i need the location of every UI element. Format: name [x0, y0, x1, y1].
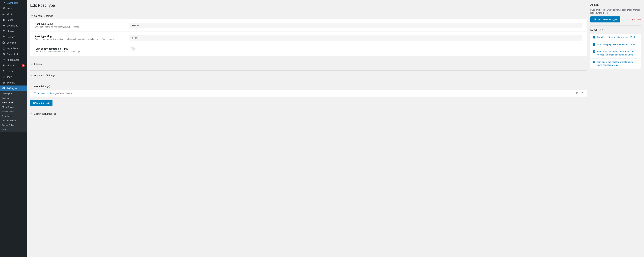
sidebar-item-label: Services	[7, 42, 25, 44]
section-title: Admin Columns (0)	[34, 112, 56, 115]
sidebar-item-label: Comments	[7, 24, 25, 27]
section-toggle-meta-fields[interactable]: ▾ Meta fields (1)	[30, 83, 587, 90]
field-help: Set unique name for your post type. Eg. …	[35, 26, 126, 28]
sidebar-item-videos[interactable]: Videos	[0, 28, 27, 34]
copy-icon[interactable]	[576, 92, 578, 94]
svg-point-5	[3, 82, 4, 82]
pin-icon	[2, 7, 5, 10]
need-help-title: Need Help?	[590, 27, 641, 34]
help-link-item: ? Creating custom post type with JetEngi…	[590, 34, 641, 41]
update-post-type-button[interactable]: Update Post Type	[590, 16, 620, 22]
help-link[interactable]: Creating custom post type with JetEngine	[597, 36, 637, 39]
field-label: Post Type Slug	[35, 35, 126, 38]
meta-field-item: ▸ Ingredients ingredients (select)	[30, 90, 587, 96]
svg-rect-13	[576, 92, 578, 94]
trash-icon[interactable]	[581, 92, 584, 94]
delete-link[interactable]: Delete	[631, 18, 641, 21]
sidebar-item-label: Settings	[7, 81, 25, 84]
sidebar-item-label: Dashboard	[7, 2, 25, 4]
comment-icon	[2, 24, 5, 27]
sidebar-submenu: JetEngine Listings Post Types Meta Boxes…	[0, 91, 27, 132]
sidebar-item-label: Tools	[7, 76, 25, 78]
help-icon: ?	[593, 50, 595, 53]
sidebar-item-ingredients[interactable]: Ingredients	[0, 46, 27, 51]
chevron-down-icon: ▾	[30, 85, 34, 88]
sidebar-item-label: Appearance	[7, 58, 25, 61]
svg-rect-15	[595, 18, 596, 19]
help-link[interactable]: How to use custom callback to display ne…	[597, 50, 638, 56]
submenu-listings[interactable]: Listings	[0, 96, 27, 100]
section-toggle-general[interactable]: ▾ General Settings	[30, 12, 587, 19]
sidebar-item-pages[interactable]: Pages	[0, 17, 27, 23]
button-label: Update Post Type	[598, 18, 617, 21]
chevron-right-icon: ▸	[30, 62, 34, 66]
section-title: Meta fields (1)	[34, 85, 50, 88]
sidebar-item-label: Posts	[7, 7, 25, 10]
field-help: Add `Edit post type/meta box` link to po…	[35, 50, 126, 53]
chevron-right-icon: ▸	[30, 112, 34, 115]
svg-point-3	[3, 48, 4, 48]
svg-rect-2	[3, 19, 4, 21]
edit-link-toggle[interactable]	[130, 48, 136, 50]
chevron-down-icon: ▾	[30, 14, 34, 17]
sidebar-item-label: Users	[7, 70, 25, 72]
drag-handle-icon[interactable]	[34, 92, 36, 94]
sidebar-item-posts[interactable]: Posts	[0, 6, 27, 12]
help-icon: ?	[593, 61, 595, 63]
user-icon	[2, 70, 5, 73]
sidebar-item-label: Recipes	[7, 36, 25, 38]
wrench-icon	[2, 75, 5, 79]
sidebar-item-comments[interactable]: Comments	[0, 23, 27, 28]
sidebar-item-settings[interactable]: Settings	[0, 80, 27, 86]
submenu-relations[interactable]: Relations	[0, 114, 27, 118]
sidebar-item-label: JetEngine	[7, 87, 25, 90]
chevron-right-icon[interactable]: ▸	[38, 92, 39, 94]
help-icon: ?	[593, 43, 595, 46]
post-type-slug-input[interactable]	[130, 35, 582, 40]
section-title: Advanced Settings	[34, 74, 55, 76]
help-links-box: ? Creating custom post type with JetEngi…	[590, 34, 641, 68]
plug-icon	[2, 64, 5, 67]
svg-text:JE: JE	[3, 88, 4, 89]
pages-icon	[2, 18, 5, 22]
submenu-options-pages[interactable]: Options Pages	[0, 118, 27, 123]
submenu-taxonomies[interactable]: Taxonomies	[0, 109, 27, 114]
section-toggle-admin-columns[interactable]: ▸ Admin Columns (0)	[30, 110, 587, 117]
sidebar-item-tools[interactable]: Tools	[0, 74, 27, 80]
meta-field-label[interactable]: Ingredients	[40, 92, 52, 94]
sidebar-item-label: Pages	[7, 18, 25, 21]
submenu-forms[interactable]: Forms	[0, 128, 27, 132]
help-link[interactable]: How to display date in an admin column	[597, 43, 636, 46]
section-toggle-labels[interactable]: ▸ Labels	[30, 60, 587, 68]
post-type-name-input[interactable]	[130, 23, 582, 28]
submenu-meta-boxes[interactable]: Meta Boxes	[0, 105, 27, 109]
croco-icon	[2, 52, 5, 56]
section-divider	[30, 109, 587, 109]
svg-rect-11	[34, 93, 36, 94]
sidebar-item-media[interactable]: Media	[0, 12, 27, 17]
user-icon	[2, 47, 5, 50]
section-toggle-advanced[interactable]: ▸ Advanced Settings	[30, 72, 587, 79]
actions-help-text: If you are not sure where to start, plea…	[590, 8, 641, 14]
submenu-post-types[interactable]: Post Types	[0, 100, 27, 105]
sidebar-item-plugins[interactable]: Plugins8	[0, 63, 27, 68]
svg-rect-16	[595, 20, 596, 20]
sidebar-item-dashboard[interactable]: Dashboard	[0, 0, 27, 6]
sidebar-item-recipes[interactable]: Recipes	[0, 34, 27, 40]
sidebar-item-users[interactable]: Users	[0, 68, 27, 74]
sidebar-item-jetengine[interactable]: JEJetEngine	[0, 86, 27, 91]
submenu-query-builder[interactable]: Query Builder	[0, 123, 27, 128]
new-meta-field-button[interactable]: New Meta Field	[30, 100, 52, 106]
sidebar-item-appearance[interactable]: Appearance	[0, 57, 27, 63]
title-divider	[30, 10, 587, 10]
trash-icon	[631, 18, 634, 20]
section-title: General Settings	[34, 14, 53, 17]
help-link[interactable]: How to set the visibility of meta fields…	[597, 60, 638, 66]
svg-rect-12	[34, 94, 36, 94]
sidebar-item-services[interactable]: Services	[0, 40, 27, 46]
delete-label: Delete	[634, 18, 641, 21]
section-title: Labels	[34, 62, 42, 66]
submenu-jetengine[interactable]: JetEngine	[0, 91, 27, 96]
sidebar-item-crocoblock[interactable]: Crocoblock	[0, 51, 27, 57]
svg-point-7	[3, 83, 4, 84]
